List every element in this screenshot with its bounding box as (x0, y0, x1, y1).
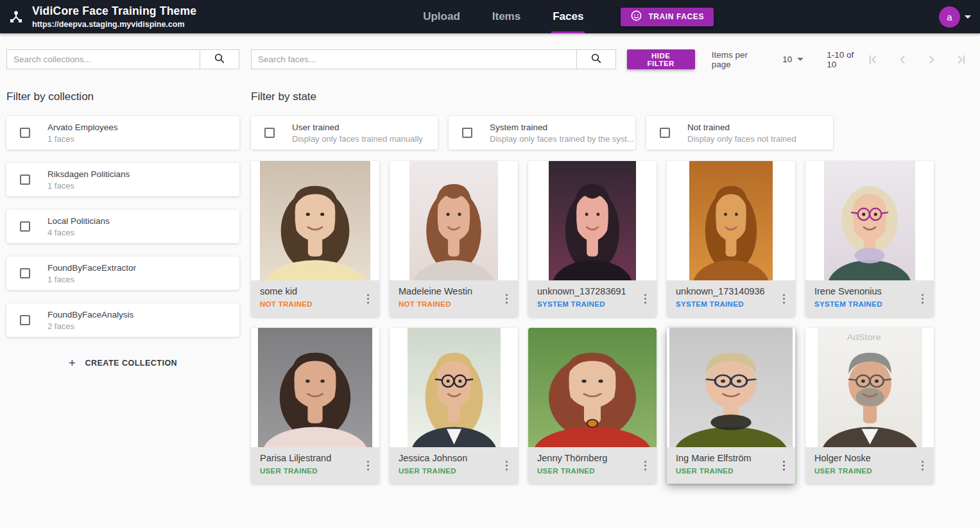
collection-checkbox[interactable] (20, 315, 30, 325)
nav-items[interactable]: Items (491, 0, 522, 33)
face-photo (667, 161, 795, 280)
state-checkbox[interactable] (660, 128, 670, 138)
kebab-menu-icon[interactable] (503, 291, 511, 307)
face-photo (667, 328, 795, 447)
face-card[interactable]: unknown_173140936 SYSTEM TRAINED (667, 161, 795, 317)
face-photo (251, 161, 379, 280)
caret-down-icon (797, 58, 804, 61)
app-url: https://deepva.staging.myvidispine.com (32, 20, 196, 29)
face-card[interactable]: some kid NOT TRAINED (251, 161, 379, 317)
face-name: some kid (260, 286, 373, 296)
train-faces-button[interactable]: TRAIN FACES (621, 8, 714, 26)
face-status-badge: USER TRAINED (399, 467, 511, 475)
face-status-badge: NOT TRAINED (260, 300, 373, 308)
collection-checkbox[interactable] (20, 128, 30, 138)
face-name: Madeleine Westin (399, 286, 511, 296)
search-collections-input[interactable] (6, 49, 200, 69)
face-photo (805, 161, 934, 280)
face-card[interactable]: Ing Marie Elfström USER TRAINED (667, 328, 795, 484)
items-per-page-value: 10 (782, 55, 792, 64)
state-title: User trained (292, 123, 423, 132)
search-collections-button[interactable] (200, 49, 239, 69)
face-name: Ing Marie Elfström (676, 453, 789, 463)
state-filter-card[interactable]: System trained Display only faces traine… (449, 116, 635, 149)
search-faces-input[interactable] (251, 49, 576, 69)
face-card[interactable]: Madeleine Westin NOT TRAINED (390, 161, 518, 317)
face-name: Jenny Thörnberg (537, 453, 650, 463)
state-subtitle: Display only faces trained by the syst..… (490, 134, 634, 144)
collection-name: FoundByFaceExtractor (47, 263, 136, 273)
collection-checkbox[interactable] (20, 268, 30, 278)
search-faces-button[interactable] (576, 49, 616, 69)
collection-name: FoundByFaceAnalysis (47, 310, 133, 319)
plus-icon: + (69, 357, 76, 369)
face-photo: AdStore (805, 328, 934, 447)
svg-text:AdStore: AdStore (847, 332, 881, 341)
face-card[interactable]: AdStore Holger Noske USER TRAINED (805, 328, 934, 484)
first-page-icon[interactable] (865, 52, 881, 67)
face-photo (251, 328, 379, 447)
collection-card[interactable]: Local Politicians 4 faces (6, 210, 239, 243)
face-card[interactable]: Jenny Thörnberg USER TRAINED (528, 328, 657, 484)
face-card[interactable]: Parisa Liljestrand USER TRAINED (251, 328, 379, 484)
collection-count: 2 faces (47, 321, 133, 331)
collections-search-group (6, 49, 239, 69)
collection-card[interactable]: Riksdagen Politicians 1 faces (6, 163, 239, 196)
faces-search-group (251, 49, 616, 69)
app-title: VidiCore Face Training Theme (32, 4, 196, 18)
last-page-icon[interactable] (954, 52, 969, 67)
face-name: Parisa Liljestrand (260, 453, 373, 463)
kebab-menu-icon[interactable] (919, 291, 927, 307)
state-title: Not trained (687, 123, 796, 132)
face-status-badge: USER TRAINED (676, 467, 789, 475)
create-collection-button[interactable]: + CREATE COLLECTION (62, 353, 184, 373)
face-name: unknown_137283691 (537, 286, 650, 296)
next-page-icon[interactable] (924, 52, 940, 67)
collection-card[interactable]: FoundByFaceAnalysis 2 faces (6, 303, 239, 337)
kebab-menu-icon[interactable] (642, 458, 649, 473)
collection-card[interactable]: FoundByFaceExtractor 1 faces (6, 257, 239, 290)
main-nav: Upload Items Faces (422, 0, 585, 33)
collection-card[interactable]: Arvato Employees 1 faces (6, 116, 239, 149)
face-status-badge: USER TRAINED (814, 467, 927, 475)
collection-name: Riksdagen Politicians (47, 169, 130, 179)
collection-checkbox[interactable] (20, 221, 30, 232)
kebab-menu-icon[interactable] (365, 291, 372, 307)
kebab-menu-icon[interactable] (919, 458, 927, 473)
collection-count: 1 faces (47, 134, 118, 144)
state-checkbox[interactable] (462, 128, 472, 138)
face-status-badge: SYSTEM TRAINED (814, 300, 927, 308)
face-card[interactable]: Irene Svenonius SYSTEM TRAINED (805, 161, 934, 317)
app-header: VidiCore Face Training Theme https://dee… (0, 0, 980, 33)
face-photo (390, 328, 518, 447)
nav-faces[interactable]: Faces (551, 0, 585, 33)
state-filter-card[interactable]: Not trained Display only faces not train… (646, 116, 833, 149)
collection-checkbox[interactable] (20, 175, 30, 185)
kebab-menu-icon[interactable] (642, 291, 649, 307)
collection-count: 4 faces (47, 228, 110, 237)
nav-upload[interactable]: Upload (422, 0, 461, 33)
face-card[interactable]: unknown_137283691 SYSTEM TRAINED (528, 161, 657, 317)
avatar[interactable]: a (939, 6, 960, 28)
state-filter-card[interactable]: User trained Display only faces trained … (251, 116, 438, 149)
account-menu[interactable]: a (939, 6, 971, 28)
kebab-menu-icon[interactable] (780, 458, 788, 473)
caret-down-icon (965, 15, 971, 19)
kebab-menu-icon[interactable] (780, 291, 788, 307)
face-card[interactable]: Jessica Johnson USER TRAINED (390, 328, 518, 484)
collection-count: 1 faces (47, 181, 130, 191)
kebab-menu-icon[interactable] (503, 458, 511, 473)
kebab-menu-icon[interactable] (365, 458, 372, 473)
items-per-page-label: Items per page (712, 50, 768, 69)
face-icon (630, 10, 642, 24)
face-status-badge: SYSTEM TRAINED (537, 300, 650, 308)
faces-main: Filter by state User trained Display onl… (251, 69, 969, 484)
face-name: Holger Noske (814, 453, 927, 463)
prev-page-icon[interactable] (895, 52, 910, 67)
pagination-controls (865, 52, 969, 67)
toolbar: HIDE FILTER Items per page 10 1-10 of 10 (0, 33, 980, 69)
items-per-page-select[interactable]: 10 (782, 55, 804, 64)
hide-filter-button[interactable]: HIDE FILTER (627, 49, 695, 69)
state-checkbox[interactable] (264, 128, 275, 138)
state-subtitle: Display only faces trained manually (292, 134, 423, 144)
